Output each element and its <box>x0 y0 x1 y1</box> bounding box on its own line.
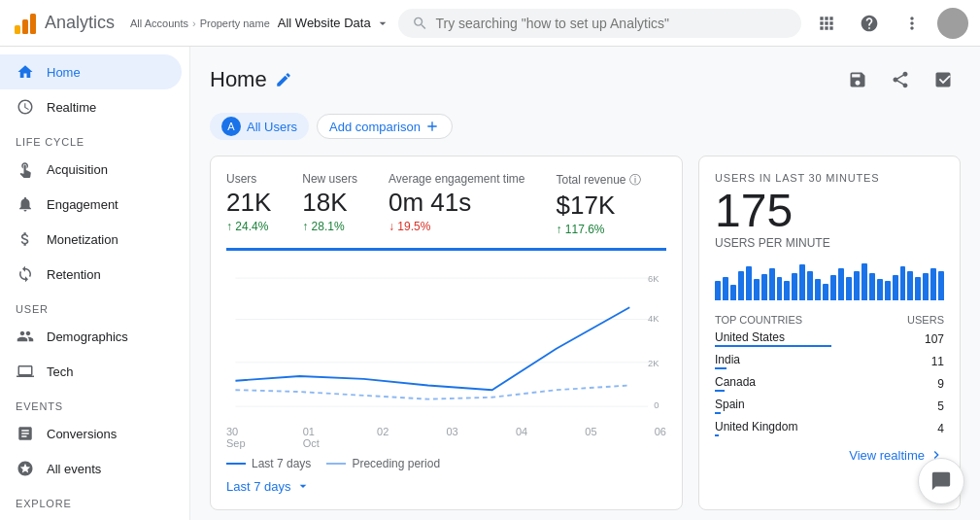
metric-engagement: Average engagement time 0m 41s ↓ 19.5% <box>389 172 525 236</box>
svg-rect-0 <box>15 25 20 34</box>
topbar: Analytics All Accounts › Property name A… <box>0 0 980 47</box>
mini-bar <box>930 268 936 300</box>
sidebar-item-realtime[interactable]: Realtime <box>0 89 182 124</box>
sidebar-item-monetization[interactable]: Monetization <box>0 222 182 257</box>
property-dropdown[interactable]: All Website Data <box>278 16 390 31</box>
metric-users-change: ↑ 24.4% <box>226 220 271 233</box>
mini-bar <box>738 271 744 300</box>
metric-revenue-label: Total revenue ⓘ <box>557 172 641 189</box>
all-users-label: All Users <box>247 120 297 134</box>
chat-button[interactable] <box>918 458 964 504</box>
metric-new-users-label: New users <box>302 172 357 186</box>
mini-bar <box>862 263 867 300</box>
share-icon <box>891 70 910 89</box>
mini-bar <box>877 279 883 300</box>
sidebar-conversions-label: Conversions <box>47 427 117 441</box>
sidebar-item-acquisition[interactable]: Acquisition <box>0 152 182 187</box>
metric-new-users-change: ↑ 28.1% <box>302 220 357 233</box>
metric-new-users: New users 18K ↑ 28.1% <box>302 172 357 236</box>
tech-icon <box>16 362 35 381</box>
sidebar-realtime-label: Realtime <box>47 100 96 115</box>
main-content: Home A All Users Add c <box>190 47 980 520</box>
metric-revenue-value: $17K <box>557 191 641 221</box>
sidebar-item-retention[interactable]: Retention <box>0 257 182 292</box>
logo: Analytics <box>12 10 115 37</box>
sidebar-home-label: Home <box>47 65 81 80</box>
save-report-icon <box>848 70 867 89</box>
sidebar-item-all-events[interactable]: All events <box>0 451 182 486</box>
svg-text:2K: 2K <box>648 358 659 368</box>
search-input[interactable] <box>435 16 788 31</box>
mini-bar <box>907 271 913 300</box>
legend-preceding: Preceding period <box>326 457 440 470</box>
table-row: Canada 9 <box>715 372 944 395</box>
mini-bar <box>754 279 760 300</box>
page-title-row: Home <box>210 67 292 92</box>
property-value: All Website Data <box>278 16 371 30</box>
mini-bar <box>761 274 767 300</box>
svg-text:6K: 6K <box>648 273 659 284</box>
sidebar-item-demographics[interactable]: Demographics <box>0 319 182 354</box>
breadcrumb-sep: › <box>192 17 196 29</box>
more-vert-icon-btn[interactable] <box>895 6 929 41</box>
sidebar-monetization-label: Monetization <box>47 232 118 247</box>
chart-legend: Last 7 days Preceding period <box>226 457 666 470</box>
mini-bar <box>807 271 813 300</box>
add-comparison-plus-icon <box>424 119 440 134</box>
svg-rect-2 <box>30 14 36 34</box>
help-icon <box>860 14 879 33</box>
sidebar-engagement-label: Engagement <box>47 197 118 212</box>
breadcrumb-property-name[interactable]: Property name <box>200 17 270 29</box>
mini-bar <box>869 273 875 300</box>
sidebar-item-tech[interactable]: Tech <box>0 354 182 389</box>
metrics-chart-card: Users 21K ↑ 24.4% New users 18K ↑ 28.1% … <box>210 156 683 510</box>
mini-bar <box>784 281 790 300</box>
sidebar-acquisition-label: Acquisition <box>47 162 108 177</box>
metric-new-users-value: 18K <box>302 188 357 218</box>
add-comparison-label: Add comparison <box>329 120 421 134</box>
avatar[interactable] <box>937 8 968 39</box>
countries-table: TOP COUNTRIES USERS United States 107 In… <box>715 312 944 439</box>
apps-icon-btn[interactable] <box>809 6 844 41</box>
breadcrumb-all-accounts[interactable]: All Accounts <box>130 17 188 29</box>
help-icon-btn[interactable] <box>852 6 887 41</box>
country-users: 4 <box>889 417 944 439</box>
conversions-icon <box>16 424 35 443</box>
sidebar-demographics-label: Demographics <box>47 329 128 344</box>
table-row: India 11 <box>715 350 944 372</box>
sidebar-item-engagement[interactable]: Engagement <box>0 187 182 222</box>
engagement-icon <box>16 194 35 214</box>
more-vert-icon <box>902 14 922 33</box>
view-realtime-link[interactable]: View realtime <box>715 447 944 463</box>
sidebar-item-home[interactable]: Home <box>0 54 182 89</box>
sidebar-item-conversions[interactable]: Conversions <box>0 416 182 451</box>
realtime-icon <box>16 97 35 117</box>
users-col-header: USERS <box>889 312 944 328</box>
mini-bar <box>823 284 828 300</box>
legend-last7-line <box>226 463 246 465</box>
mini-bar <box>777 277 783 300</box>
sidebar-retention-label: Retention <box>47 267 101 282</box>
table-row: United States 107 <box>715 328 944 350</box>
time-filter-label: Last 7 days <box>226 479 291 494</box>
mini-bar <box>938 271 944 300</box>
sidebar-item-analysis[interactable]: Analysis <box>0 513 182 520</box>
metric-users-label: Users <box>226 172 271 186</box>
realtime-section-label: USERS IN LAST 30 MINUTES <box>715 172 944 184</box>
share-icon-btn[interactable] <box>883 62 918 97</box>
time-filter-dropdown[interactable]: Last 7 days <box>226 478 311 494</box>
mini-bar <box>830 275 836 300</box>
legend-preceding-line <box>326 463 346 465</box>
save-report-icon-btn[interactable] <box>840 62 875 97</box>
realtime-card: USERS IN LAST 30 MINUTES 175 USERS PER M… <box>698 156 961 510</box>
page-header: Home <box>210 62 961 97</box>
insights-icon-btn[interactable] <box>926 62 961 97</box>
add-comparison-button[interactable]: Add comparison <box>317 114 453 139</box>
mini-bar <box>715 281 721 300</box>
search-box <box>398 9 801 38</box>
x-label-04: 04 <box>516 426 527 449</box>
main-layout: Home Realtime LIFE CYCLE Acquisition Eng… <box>0 47 980 520</box>
chart-x-labels: 30Sep 01Oct 02 03 04 05 06 <box>226 426 666 449</box>
all-users-chip[interactable]: A All Users <box>210 113 309 140</box>
home-edit-icon[interactable] <box>275 71 292 88</box>
